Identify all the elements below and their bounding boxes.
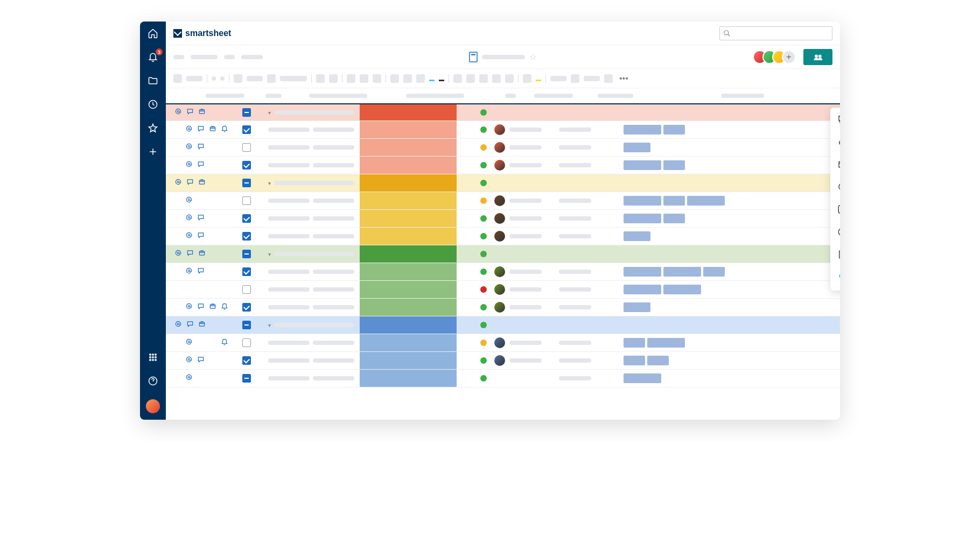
at-icon[interactable] bbox=[185, 302, 193, 312]
tag-pill[interactable] bbox=[624, 373, 661, 383]
toolbar-button[interactable] bbox=[247, 76, 263, 81]
chat-icon[interactable] bbox=[186, 320, 194, 330]
assignee-avatar[interactable] bbox=[494, 266, 505, 277]
box-icon[interactable] bbox=[198, 178, 206, 188]
update-requests-icon[interactable] bbox=[837, 182, 840, 194]
table-row[interactable]: ▾ bbox=[166, 174, 840, 192]
notifications-icon[interactable]: 3 bbox=[148, 52, 158, 62]
col-header[interactable] bbox=[505, 94, 516, 98]
tag-pill[interactable] bbox=[624, 196, 661, 206]
date-cell[interactable] bbox=[559, 287, 591, 292]
toolbar-button[interactable] bbox=[571, 74, 579, 83]
assignee-avatar[interactable] bbox=[494, 213, 505, 224]
toolbar-button[interactable] bbox=[584, 76, 600, 81]
status-dot[interactable] bbox=[480, 162, 487, 168]
box-icon[interactable] bbox=[198, 320, 206, 330]
add-collaborator-button[interactable]: + bbox=[782, 50, 796, 64]
color-cell[interactable] bbox=[360, 157, 457, 174]
toolbar-button[interactable] bbox=[604, 74, 613, 83]
highlight-button[interactable] bbox=[536, 76, 541, 81]
date-cell[interactable] bbox=[559, 216, 591, 221]
toolbar-button[interactable] bbox=[329, 74, 338, 83]
logo[interactable]: smartsheet bbox=[173, 29, 231, 38]
expand-icon[interactable]: ▾ bbox=[268, 322, 271, 328]
at-icon[interactable] bbox=[185, 267, 193, 277]
tag-pill[interactable] bbox=[624, 125, 661, 135]
at-icon[interactable] bbox=[185, 196, 193, 206]
tag-pill[interactable] bbox=[663, 267, 701, 277]
status-dot[interactable] bbox=[480, 322, 487, 328]
color-cell[interactable] bbox=[360, 316, 457, 334]
task-name-cell[interactable] bbox=[268, 305, 310, 309]
chat-icon[interactable] bbox=[186, 108, 194, 117]
back-button[interactable] bbox=[173, 55, 184, 59]
assignee-avatar[interactable] bbox=[494, 160, 505, 171]
table-row[interactable] bbox=[166, 228, 840, 245]
box-icon[interactable] bbox=[198, 108, 206, 117]
checkbox[interactable] bbox=[242, 143, 251, 152]
fill-color-button[interactable] bbox=[439, 76, 444, 81]
add-icon[interactable] bbox=[148, 146, 158, 157]
status-dot[interactable] bbox=[480, 215, 487, 222]
checkbox[interactable] bbox=[242, 250, 251, 258]
status-dot[interactable] bbox=[480, 251, 487, 257]
task-name-cell[interactable] bbox=[268, 358, 310, 363]
assignee-avatar[interactable] bbox=[494, 355, 505, 366]
status-dot[interactable] bbox=[480, 340, 487, 346]
checkbox[interactable] bbox=[242, 338, 251, 347]
at-icon[interactable] bbox=[174, 108, 182, 117]
at-icon[interactable] bbox=[185, 356, 193, 365]
tag-pill[interactable] bbox=[647, 338, 685, 348]
toolbar-button[interactable] bbox=[479, 74, 488, 83]
col-header[interactable] bbox=[598, 94, 633, 98]
chat-icon[interactable] bbox=[197, 143, 205, 152]
bell-icon[interactable] bbox=[221, 338, 228, 348]
tab-placeholder[interactable] bbox=[224, 55, 235, 59]
tag-pill[interactable] bbox=[624, 214, 661, 223]
toolbar-button[interactable] bbox=[360, 74, 368, 83]
toolbar-button[interactable] bbox=[347, 74, 355, 83]
table-row[interactable]: ▾ bbox=[166, 103, 840, 121]
color-cell[interactable] bbox=[360, 139, 457, 156]
chat-icon[interactable] bbox=[197, 125, 205, 135]
color-cell[interactable] bbox=[360, 228, 457, 245]
status-dot[interactable] bbox=[480, 304, 487, 310]
table-row[interactable] bbox=[166, 192, 840, 210]
box-icon[interactable] bbox=[198, 249, 206, 259]
chat-icon[interactable] bbox=[197, 214, 205, 223]
table-row[interactable] bbox=[166, 352, 840, 370]
color-cell[interactable] bbox=[360, 245, 457, 263]
color-cell[interactable] bbox=[360, 281, 457, 298]
status-dot[interactable] bbox=[480, 109, 487, 116]
task-name-cell[interactable] bbox=[268, 376, 310, 380]
checkbox[interactable] bbox=[242, 108, 251, 117]
expand-icon[interactable]: ▾ bbox=[268, 110, 271, 116]
recents-icon[interactable] bbox=[148, 99, 158, 110]
toolbar-button[interactable] bbox=[466, 74, 475, 83]
expand-icon[interactable]: ▾ bbox=[268, 251, 271, 257]
color-cell[interactable] bbox=[360, 104, 457, 121]
chat-icon[interactable] bbox=[197, 356, 205, 365]
table-row[interactable]: ▾ bbox=[166, 245, 840, 263]
tag-pill[interactable] bbox=[663, 196, 685, 206]
task-name-cell[interactable] bbox=[274, 181, 354, 185]
tag-pill[interactable] bbox=[624, 302, 650, 312]
status-dot[interactable] bbox=[480, 357, 487, 364]
box-icon[interactable] bbox=[209, 125, 216, 135]
chat-icon[interactable] bbox=[197, 267, 205, 277]
task-name-cell[interactable] bbox=[274, 252, 354, 256]
color-cell[interactable] bbox=[360, 263, 457, 280]
favorites-icon[interactable] bbox=[148, 123, 158, 133]
tag-pill[interactable] bbox=[624, 143, 650, 152]
chat-icon[interactable] bbox=[197, 231, 205, 241]
tag-pill[interactable] bbox=[663, 285, 701, 294]
checkbox[interactable] bbox=[242, 267, 251, 276]
status-dot[interactable] bbox=[480, 144, 487, 151]
color-cell[interactable] bbox=[360, 334, 457, 351]
color-cell[interactable] bbox=[360, 174, 457, 192]
tag-pill[interactable] bbox=[624, 231, 650, 241]
task-name-cell[interactable] bbox=[274, 323, 354, 327]
at-icon[interactable] bbox=[185, 160, 193, 170]
toolbar-button[interactable] bbox=[403, 74, 412, 83]
status-dot[interactable] bbox=[480, 197, 487, 204]
